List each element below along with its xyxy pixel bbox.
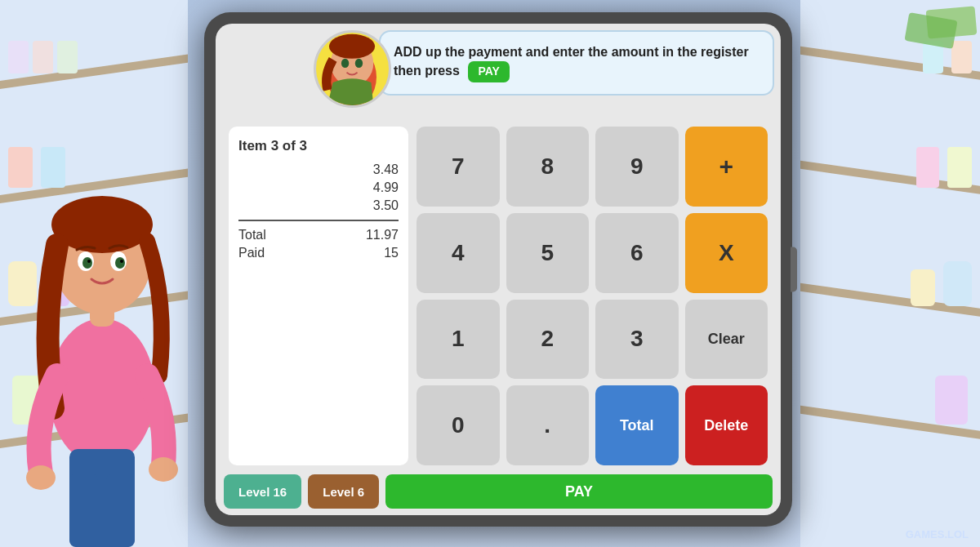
svg-point-9 <box>120 260 123 263</box>
key-3[interactable]: 3 <box>595 300 679 380</box>
svg-point-10 <box>26 465 56 490</box>
receipt-divider <box>238 220 399 221</box>
key-clear[interactable]: Clear <box>685 300 768 380</box>
tablet-device: ADD up the payment and enter the amount … <box>204 12 792 527</box>
level-6-button[interactable]: Level 6 <box>308 474 379 509</box>
item-header: Item 3 of 3 <box>238 138 399 154</box>
watermark: GAMES.LOL <box>906 528 969 540</box>
key-5[interactable]: 5 <box>506 213 590 293</box>
avatar <box>314 30 391 108</box>
key-1[interactable]: 1 <box>416 300 500 380</box>
svg-point-7 <box>115 257 125 269</box>
bottom-bar: Level 16 Level 6 PAY <box>224 474 773 509</box>
key-total[interactable]: Total <box>595 385 679 465</box>
character <box>16 98 188 547</box>
avatar-character <box>316 30 389 108</box>
key-4[interactable]: 4 <box>416 213 500 293</box>
svg-rect-14 <box>106 474 135 547</box>
svg-point-0 <box>49 318 155 465</box>
svg-point-18 <box>341 59 349 68</box>
character-svg <box>16 98 188 547</box>
receipt-panel: Item 3 of 3 3.48 4.99 3.50 Total 11.97 P… <box>229 127 408 465</box>
total-value: 11.97 <box>366 228 399 242</box>
price-2: 4.99 <box>238 180 399 195</box>
key-6[interactable]: 6 <box>595 213 679 293</box>
speech-instruction: ADD up the payment and enter the amount … <box>394 45 749 78</box>
svg-point-6 <box>82 257 92 269</box>
key-7[interactable]: 7 <box>416 127 500 207</box>
paid-label: Paid <box>238 246 265 260</box>
svg-point-11 <box>149 457 178 482</box>
key-multiply[interactable]: X <box>685 213 768 293</box>
price-3: 3.50 <box>238 198 399 213</box>
paid-row: Paid 15 <box>238 246 399 260</box>
key-2[interactable]: 2 <box>506 300 590 380</box>
price-1: 3.48 <box>238 162 399 177</box>
key-8[interactable]: 8 <box>506 127 590 207</box>
paid-value: 15 <box>384 246 399 260</box>
key-delete[interactable]: Delete <box>685 385 768 465</box>
tablet-screen: ADD up the payment and enter the amount … <box>216 24 781 515</box>
svg-rect-13 <box>69 474 98 547</box>
svg-point-19 <box>355 59 363 68</box>
total-label: Total <box>238 228 266 242</box>
key-0[interactable]: 0 <box>416 385 500 465</box>
pay-button[interactable]: PAY <box>385 474 773 509</box>
svg-point-17 <box>329 34 375 59</box>
key-9[interactable]: 9 <box>595 127 679 207</box>
register-area: Item 3 of 3 3.48 4.99 3.50 Total 11.97 P… <box>224 122 773 470</box>
speech-bubble: ADD up the payment and enter the amount … <box>379 30 774 96</box>
key-plus[interactable]: + <box>685 127 768 207</box>
tablet-side-button <box>791 247 797 292</box>
pay-button-inline: PAY <box>468 61 509 82</box>
svg-point-8 <box>87 260 91 263</box>
total-row: Total 11.97 <box>238 228 399 242</box>
keypad-panel: 7 8 9 + 4 5 6 X 1 2 3 Clear 0 . Total De… <box>416 127 768 465</box>
speech-text: ADD up the payment and enter the amount … <box>394 45 749 78</box>
level-16-button[interactable]: Level 16 <box>224 474 301 509</box>
key-dot[interactable]: . <box>506 385 590 465</box>
right-shelf <box>800 0 980 547</box>
